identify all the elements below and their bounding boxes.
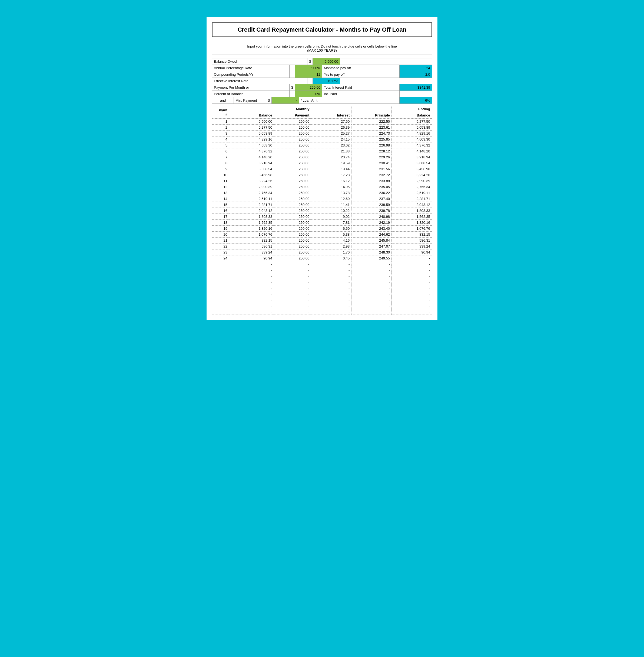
effective-right-empty: [340, 78, 432, 84]
cell-31-5: -: [392, 303, 432, 309]
cell-24-4: -: [351, 261, 392, 267]
cell-17-5: 1,320.16: [392, 220, 432, 226]
cell-32-1: -: [229, 309, 274, 315]
cell-4-1: 4,603.30: [229, 142, 274, 148]
table-row: 171,803.33250.009.02240.981,562.35: [212, 214, 432, 220]
page-title: Credit Card Repayment Calculator - Month…: [216, 26, 428, 33]
cell-28-4: -: [351, 285, 392, 291]
table-row: 162,043.12250.0010.22239.781,803.33: [212, 208, 432, 214]
cell-27-2: -: [274, 279, 311, 285]
cell-30-2: -: [274, 297, 311, 303]
col-header-balance-top: [229, 106, 274, 112]
cell-15-3: 10.22: [311, 208, 351, 214]
table-row: 191,320.16250.006.60243.401,076.76: [212, 226, 432, 232]
main-card: Credit Card Repayment Calculator - Month…: [206, 16, 438, 321]
cell-18-2: 250.00: [274, 226, 311, 232]
cell-11-3: 14.95: [311, 184, 351, 190]
cell-25-3: -: [311, 267, 351, 273]
effective-dollar-empty: [307, 78, 313, 84]
table-row: 21832.15250.004.16245.84586.31: [212, 238, 432, 243]
cell-4-5: 4,376.32: [392, 142, 432, 148]
cell-5-5: 4,148.20: [392, 148, 432, 154]
min-value[interactable]: -: [272, 97, 299, 103]
cell-17-1: 1,562.35: [229, 220, 274, 226]
apr-row: Annual Percentage Rate 6.00% Months to p…: [212, 65, 432, 71]
cell-15-2: 250.00: [274, 208, 311, 214]
cell-2-1: 5,053.89: [229, 131, 274, 137]
cell-0-2: 250.00: [274, 119, 311, 124]
cell-12-0: 13: [212, 190, 229, 196]
total-interest-label: Total Interest Paid: [322, 84, 399, 91]
table-row: 181,562.35250.007.81242.191,320.16: [212, 220, 432, 226]
table-row: 93,688.54250.0018.44231.563,456.98: [212, 166, 432, 172]
cell-14-2: 250.00: [274, 202, 311, 208]
cell-9-3: 17.28: [311, 172, 351, 178]
cell-19-3: 5.38: [311, 232, 351, 238]
cell-20-1: 832.15: [229, 238, 274, 243]
cell-11-4: 235.05: [351, 184, 392, 190]
payment-value[interactable]: 250.00: [295, 84, 322, 91]
and-label: and: [212, 97, 234, 103]
cell-25-4: -: [351, 267, 392, 273]
cell-11-5: 2,755.34: [392, 184, 432, 190]
cell-22-2: 250.00: [274, 250, 311, 255]
cell-28-1: -: [229, 285, 274, 291]
table-row: 113,224.26250.0016.12233.882,990.39: [212, 178, 432, 184]
balance-right-empty: [340, 58, 432, 65]
cell-26-5: -: [392, 273, 432, 279]
instruction-line1: Input your information into the green ce…: [214, 44, 430, 48]
cell-29-4: -: [351, 291, 392, 297]
table-row: -----: [212, 261, 432, 267]
cell-15-4: 239.78: [351, 208, 392, 214]
percent-label: Percent of Balance: [212, 91, 290, 97]
cell-3-4: 225.85: [351, 137, 392, 142]
cell-16-1: 1,803.33: [229, 214, 274, 220]
cell-0-0: 1: [212, 119, 229, 124]
percent-value[interactable]: 0%: [295, 91, 322, 97]
cell-13-5: 2,281.71: [392, 196, 432, 202]
months-label: Months to pay off: [322, 65, 399, 71]
cell-6-3: 20.74: [311, 154, 351, 160]
balance-owed-value[interactable]: 5,500.00: [313, 58, 340, 65]
cell-1-1: 5,277.50: [229, 124, 274, 131]
cell-15-0: 16: [212, 208, 229, 214]
cell-0-1: 5,500.00: [229, 119, 274, 124]
cell-22-1: 339.24: [229, 250, 274, 255]
table-row: 83,918.94250.0019.59230.413,688.54: [212, 160, 432, 166]
min-dollar-sign: $: [266, 97, 272, 103]
cell-6-5: 3,918.94: [392, 154, 432, 160]
min-payment-row: and Min. Payment $ - / Loan Amt 6%: [212, 97, 432, 104]
table-row: 2490.94250.000.45249.55-: [212, 255, 432, 261]
cell-4-0: 5: [212, 142, 229, 148]
cell-15-5: 1,803.33: [392, 208, 432, 214]
cell-17-2: 250.00: [274, 220, 311, 226]
cell-32-2: -: [274, 309, 311, 315]
cell-23-0: 24: [212, 255, 229, 261]
cell-25-1: -: [229, 267, 274, 273]
cell-22-0: 23: [212, 250, 229, 255]
instruction-line2: (MAX 100 YEARS): [214, 48, 430, 52]
loan-amt-label: / Loan Amt: [299, 97, 399, 103]
cell-30-1: -: [229, 297, 274, 303]
cell-13-3: 12.60: [311, 196, 351, 202]
compounding-value[interactable]: 12: [295, 71, 322, 77]
table-header-row1: Pymt# Monthly Ending: [212, 106, 432, 112]
compounding-dollar-empty: [290, 71, 295, 77]
cell-31-0: [212, 303, 229, 309]
cell-22-4: 248.30: [351, 250, 392, 255]
cell-13-2: 250.00: [274, 196, 311, 202]
cell-19-4: 244.62: [351, 232, 392, 238]
payment-dollar: $: [290, 84, 295, 91]
col-header-interest-top: [311, 106, 351, 112]
months-value: 24: [399, 65, 432, 71]
table-row: 44,829.16250.0024.15225.854,603.30: [212, 137, 432, 142]
apr-value[interactable]: 6.00%: [295, 65, 322, 71]
cell-2-5: 4,829.16: [392, 131, 432, 137]
col-header-principle-top: [351, 106, 392, 112]
cell-11-0: 12: [212, 184, 229, 190]
cell-16-4: 240.98: [351, 214, 392, 220]
cell-0-3: 27.50: [311, 119, 351, 124]
cell-4-3: 23.02: [311, 142, 351, 148]
cell-28-0: [212, 285, 229, 291]
cell-21-2: 250.00: [274, 243, 311, 250]
